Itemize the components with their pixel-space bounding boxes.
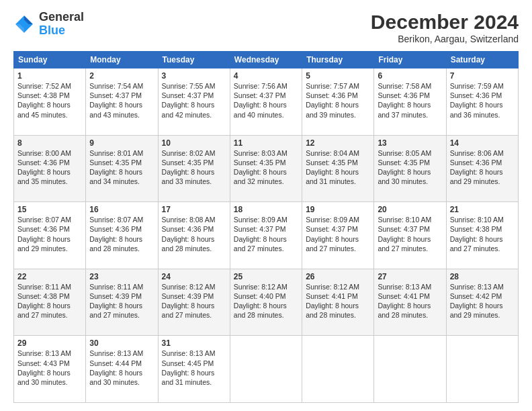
daylight-label: Daylight: 8 hours and 30 minutes. (17, 369, 71, 386)
day-number: 7 (450, 71, 515, 81)
sunset-label: Sunset: 4:37 PM (162, 91, 214, 99)
sunrise-label: Sunrise: 8:09 AM (234, 216, 287, 224)
col-header-monday: Monday (86, 52, 158, 68)
sunset-label: Sunset: 4:40 PM (234, 292, 286, 300)
sunrise-label: Sunrise: 7:57 AM (306, 82, 359, 90)
sunrise-label: Sunrise: 8:10 AM (378, 216, 431, 224)
daylight-label: Daylight: 8 hours and 28 minutes. (234, 302, 287, 319)
daylight-label: Daylight: 8 hours and 28 minutes. (89, 235, 142, 253)
table-row: 2Sunrise: 7:54 AMSunset: 4:37 PMDaylight… (86, 68, 158, 136)
table-row: 18Sunrise: 8:09 AMSunset: 4:37 PMDayligh… (230, 202, 302, 269)
sunrise-label: Sunrise: 8:10 AM (450, 216, 504, 224)
day-number: 9 (89, 138, 154, 148)
sunset-label: Sunset: 4:37 PM (306, 225, 358, 233)
sunrise-label: Sunrise: 8:12 AM (162, 283, 216, 291)
daylight-label: Daylight: 8 hours and 27 minutes. (17, 302, 71, 319)
table-row: 31Sunrise: 8:13 AMSunset: 4:45 PMDayligh… (158, 336, 230, 403)
day-number: 26 (306, 272, 370, 281)
table-row: 13Sunrise: 8:05 AMSunset: 4:35 PMDayligh… (374, 135, 446, 202)
sunset-label: Sunset: 4:35 PM (306, 158, 358, 167)
sunset-label: Sunset: 4:45 PM (162, 359, 214, 367)
sunrise-label: Sunrise: 7:54 AM (89, 82, 143, 90)
day-number: 17 (162, 205, 226, 214)
day-info: Sunrise: 7:52 AMSunset: 4:38 PMDaylight:… (17, 81, 82, 120)
sunrise-label: Sunrise: 8:09 AM (306, 216, 359, 224)
sunrise-label: Sunrise: 8:13 AM (162, 349, 216, 357)
sunset-label: Sunset: 4:35 PM (234, 158, 286, 167)
day-number: 15 (17, 205, 82, 214)
day-info: Sunrise: 8:07 AMSunset: 4:36 PMDaylight:… (17, 215, 82, 253)
daylight-label: Daylight: 8 hours and 32 minutes. (234, 168, 287, 185)
table-row: 28Sunrise: 8:13 AMSunset: 4:42 PMDayligh… (446, 269, 518, 336)
daylight-label: Daylight: 8 hours and 28 minutes. (378, 302, 431, 319)
daylight-label: Daylight: 8 hours and 27 minutes. (378, 235, 431, 253)
sunset-label: Sunset: 4:38 PM (450, 225, 502, 233)
table-row (302, 336, 374, 403)
sunrise-label: Sunrise: 7:59 AM (450, 82, 504, 90)
sunset-label: Sunset: 4:35 PM (162, 158, 214, 167)
day-number: 1 (17, 71, 82, 81)
day-info: Sunrise: 8:00 AMSunset: 4:36 PMDaylight:… (17, 148, 82, 187)
sunset-label: Sunset: 4:38 PM (17, 91, 70, 99)
table-row: 9Sunrise: 8:01 AMSunset: 4:35 PMDaylight… (86, 135, 158, 202)
day-info: Sunrise: 7:59 AMSunset: 4:36 PMDaylight:… (450, 81, 515, 120)
day-info: Sunrise: 7:54 AMSunset: 4:37 PMDaylight:… (89, 81, 154, 120)
daylight-label: Daylight: 8 hours and 29 minutes. (450, 302, 503, 319)
sunrise-label: Sunrise: 8:02 AM (162, 149, 216, 157)
day-info: Sunrise: 8:09 AMSunset: 4:37 PMDaylight:… (234, 215, 298, 253)
daylight-label: Daylight: 8 hours and 27 minutes. (162, 302, 215, 319)
sunset-label: Sunset: 4:35 PM (378, 158, 430, 167)
sunset-label: Sunset: 4:42 PM (450, 292, 502, 300)
table-row: 23Sunrise: 8:11 AMSunset: 4:39 PMDayligh… (86, 269, 158, 336)
table-row: 24Sunrise: 8:12 AMSunset: 4:39 PMDayligh… (158, 269, 230, 336)
sunset-label: Sunset: 4:38 PM (17, 292, 70, 300)
day-info: Sunrise: 7:57 AMSunset: 4:36 PMDaylight:… (306, 81, 370, 120)
table-row: 7Sunrise: 7:59 AMSunset: 4:36 PMDaylight… (446, 68, 518, 136)
day-info: Sunrise: 8:02 AMSunset: 4:35 PMDaylight:… (162, 148, 226, 187)
day-info: Sunrise: 8:11 AMSunset: 4:39 PMDaylight:… (89, 282, 154, 320)
sunrise-label: Sunrise: 7:58 AM (378, 82, 431, 90)
col-header-thursday: Thursday (302, 52, 374, 68)
sunset-label: Sunset: 4:39 PM (89, 292, 142, 300)
sunset-label: Sunset: 4:36 PM (17, 158, 70, 167)
sunset-label: Sunset: 4:41 PM (306, 292, 358, 300)
sunset-label: Sunset: 4:37 PM (234, 225, 286, 233)
day-number: 28 (450, 272, 515, 281)
daylight-label: Daylight: 8 hours and 27 minutes. (306, 235, 359, 253)
day-number: 10 (162, 138, 226, 148)
table-row: 21Sunrise: 8:10 AMSunset: 4:38 PMDayligh… (446, 202, 518, 269)
day-number: 12 (306, 138, 370, 148)
day-number: 20 (378, 205, 442, 214)
table-row (230, 336, 302, 403)
sunset-label: Sunset: 4:36 PM (450, 91, 502, 99)
day-info: Sunrise: 8:12 AMSunset: 4:39 PMDaylight:… (162, 282, 226, 320)
sunset-label: Sunset: 4:36 PM (450, 158, 502, 167)
day-number: 4 (234, 71, 298, 81)
day-number: 6 (378, 71, 442, 81)
sunset-label: Sunset: 4:37 PM (89, 91, 142, 99)
day-info: Sunrise: 8:13 AMSunset: 4:43 PMDaylight:… (17, 349, 82, 387)
table-row: 20Sunrise: 8:10 AMSunset: 4:37 PMDayligh… (374, 202, 446, 269)
day-number: 19 (306, 205, 370, 214)
sunrise-label: Sunrise: 8:04 AM (306, 149, 359, 157)
table-row: 22Sunrise: 8:11 AMSunset: 4:38 PMDayligh… (14, 269, 86, 336)
day-number: 5 (306, 71, 370, 81)
daylight-label: Daylight: 8 hours and 27 minutes. (89, 302, 142, 319)
day-info: Sunrise: 8:03 AMSunset: 4:35 PMDaylight:… (234, 148, 298, 187)
day-info: Sunrise: 7:55 AMSunset: 4:37 PMDaylight:… (162, 81, 226, 120)
day-number: 22 (17, 272, 82, 281)
sunset-label: Sunset: 4:39 PM (162, 292, 214, 300)
daylight-label: Daylight: 8 hours and 34 minutes. (89, 168, 142, 185)
logo-text: General Blue (39, 11, 84, 38)
table-row: 8Sunrise: 8:00 AMSunset: 4:36 PMDaylight… (14, 135, 86, 202)
daylight-label: Daylight: 8 hours and 33 minutes. (162, 168, 215, 185)
day-info: Sunrise: 8:12 AMSunset: 4:41 PMDaylight:… (306, 282, 370, 320)
logo-icon (13, 13, 35, 35)
day-info: Sunrise: 8:08 AMSunset: 4:36 PMDaylight:… (162, 215, 226, 253)
table-row: 10Sunrise: 8:02 AMSunset: 4:35 PMDayligh… (158, 135, 230, 202)
sunrise-label: Sunrise: 7:52 AM (17, 82, 71, 90)
daylight-label: Daylight: 8 hours and 43 minutes. (89, 101, 142, 118)
table-row: 5Sunrise: 7:57 AMSunset: 4:36 PMDaylight… (302, 68, 374, 136)
sunrise-label: Sunrise: 8:11 AM (89, 283, 143, 291)
table-row (446, 336, 518, 403)
